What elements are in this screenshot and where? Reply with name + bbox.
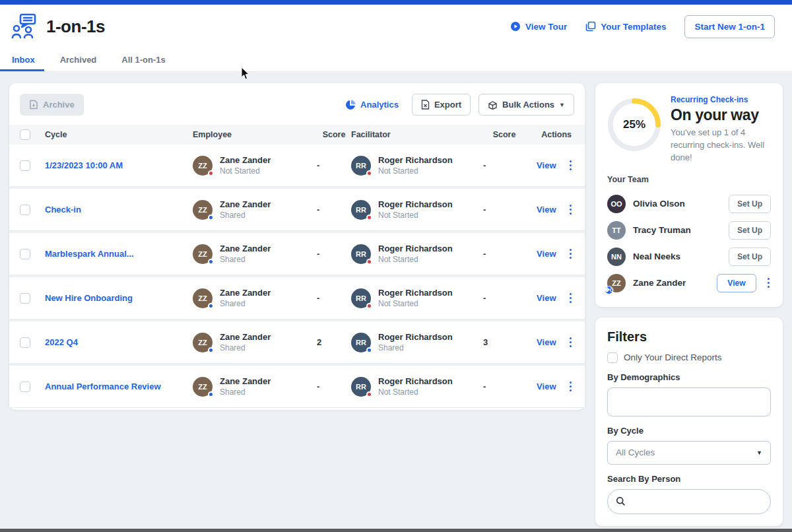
main-content: Archive Analytics [0,72,792,526]
employee-cell: ZZ Zane Zander Not Started [193,155,317,175]
status-dot [366,259,372,265]
export-button[interactable]: Export [412,94,471,116]
kebab-menu-icon[interactable] [568,248,574,261]
team-member-avatar: OO �Ȍ [607,195,626,213]
cycle-label: By Cycle [607,426,771,436]
team-member-avatar: NN �Ȍ [607,248,626,266]
facilitator-cell: RR Roger Richardson Not Started [351,376,483,396]
facilitator-score: 3 [483,337,525,347]
team-member-action-button[interactable]: Set Up [729,221,771,240]
col-header-facilitator: Facilitator [351,130,483,139]
facilitator-score: - [483,293,525,303]
row-checkbox[interactable] [20,382,30,392]
chevron-down-icon: ▼ [559,102,565,108]
employee-avatar: ZZ [193,156,213,176]
team-member-name: Zane Zander [633,278,710,288]
facilitator-status: Not Started [378,387,453,397]
cycle-link[interactable]: 1/23/2023 10:00 AM [45,160,193,170]
archive-button[interactable]: Archive [20,94,84,116]
facilitator-score: - [483,382,525,391]
facilitator-name: Roger Richardson [378,244,453,254]
one-on-ones-logo-icon [11,13,40,40]
view-link[interactable]: View [537,293,556,303]
view-link[interactable]: View [537,382,556,391]
start-new-1on1-button[interactable]: Start New 1-on-1 [684,15,775,38]
your-templates-link[interactable]: Your Templates [585,21,666,32]
facilitator-score: - [483,160,525,170]
view-link[interactable]: View [537,249,556,259]
search-person-input[interactable] [631,496,762,506]
facilitator-avatar: RR [351,288,371,308]
cycle-link[interactable]: Check-in [45,205,193,215]
team-member-action-button[interactable]: Set Up [729,195,771,213]
col-header-actions: Actions [525,130,574,139]
col-header-cycle: Cycle [45,130,193,139]
cycle-link[interactable]: Annual Performance Review [45,382,193,391]
kebab-menu-icon[interactable] [568,380,574,393]
bulk-actions-button[interactable]: Bulk Actions ▼ [478,94,574,116]
facilitator-cell: RR Roger Richardson Not Started [351,288,483,308]
tab-all-1on1s[interactable]: All 1-on-1s [120,48,166,71]
col-header-score-1: Score [317,130,351,139]
row-checkbox[interactable] [20,337,30,348]
employee-cell: ZZ Zane Zander Shared [193,199,317,219]
view-link[interactable]: View [537,205,556,215]
facilitator-status: Not Started [378,211,453,220]
team-member-action-button[interactable]: Set Up [729,248,771,266]
checkins-tag: Recurring Check-ins [671,95,771,104]
kebab-menu-icon[interactable] [568,336,574,349]
facilitator-cell: RR Roger Richardson Not Started [351,244,483,263]
employee-cell: ZZ Zane Zander Shared [193,244,317,263]
demographics-label: By Demographics [607,372,771,382]
cycle-select-value: All Cycles [616,448,655,457]
tab-archived[interactable]: Archived [59,48,98,71]
view-link[interactable]: View [537,337,556,347]
team-member-avatar: ZZ �Ȍ [607,274,626,292]
facilitator-cell: RR Roger Richardson Shared [351,332,483,352]
employee-name: Zane Zander [220,376,271,387]
play-circle-icon [510,21,521,32]
team-member-row: OO �Ȍ Olivia Olson Set Up [607,191,771,217]
employee-name: Zane Zander [220,332,271,343]
team-member-name: Olivia Olson [633,199,721,209]
facilitator-name: Roger Richardson [378,376,453,387]
app-header: 1-on-1s View Tour Your Templates Start N… [0,5,792,48]
facilitator-name: Roger Richardson [378,199,453,210]
view-tour-link[interactable]: View Tour [510,21,567,32]
inbox-card: Archive Analytics [9,83,585,410]
one-on-ones-table: Cycle Employee Score Facilitator Score A… [9,125,585,408]
cycle-link[interactable]: Marblespark Annual... [45,249,193,259]
progress-percent: 25% [607,98,661,152]
table-row: Check-in ZZ Zane Zander Shared - RR [9,189,585,231]
kebab-menu-icon[interactable] [568,203,574,216]
kebab-menu-icon[interactable] [568,159,574,172]
cycle-select[interactable]: All Cycles ▼ [607,441,771,465]
employee-cell: ZZ Zane Zander Shared [193,376,317,396]
row-checkbox[interactable] [20,205,30,215]
row-checkbox[interactable] [20,160,30,171]
analytics-link[interactable]: Analytics [345,100,399,110]
tab-inbox[interactable]: Inbox [11,48,36,71]
team-member-action-button[interactable]: View [717,274,756,292]
status-dot [208,347,214,353]
kebab-menu-icon[interactable] [568,292,574,305]
row-checkbox[interactable] [20,293,30,304]
team-member-name: Neal Neeks [633,251,721,261]
facilitator-status: Shared [378,343,453,352]
status-dot [208,391,214,397]
employee-avatar: ZZ [193,333,213,352]
cycle-link[interactable]: 2022 Q4 [45,337,193,347]
view-link[interactable]: View [537,160,556,170]
kebab-menu-icon[interactable] [766,277,772,290]
cycle-link[interactable]: New Hire Onboarding [45,293,193,303]
facilitator-avatar: RR [351,333,371,352]
table-header-row: Cycle Employee Score Facilitator Score A… [9,125,585,145]
select-all-checkbox[interactable] [20,129,30,140]
row-checkbox[interactable] [20,249,30,259]
employee-cell: ZZ Zane Zander Shared [193,288,317,308]
demographics-input[interactable] [607,387,771,416]
employee-name: Zane Zander [220,244,271,254]
direct-reports-checkbox[interactable] [607,352,618,363]
status-dot [366,170,372,176]
facilitator-status: Not Started [378,299,453,308]
